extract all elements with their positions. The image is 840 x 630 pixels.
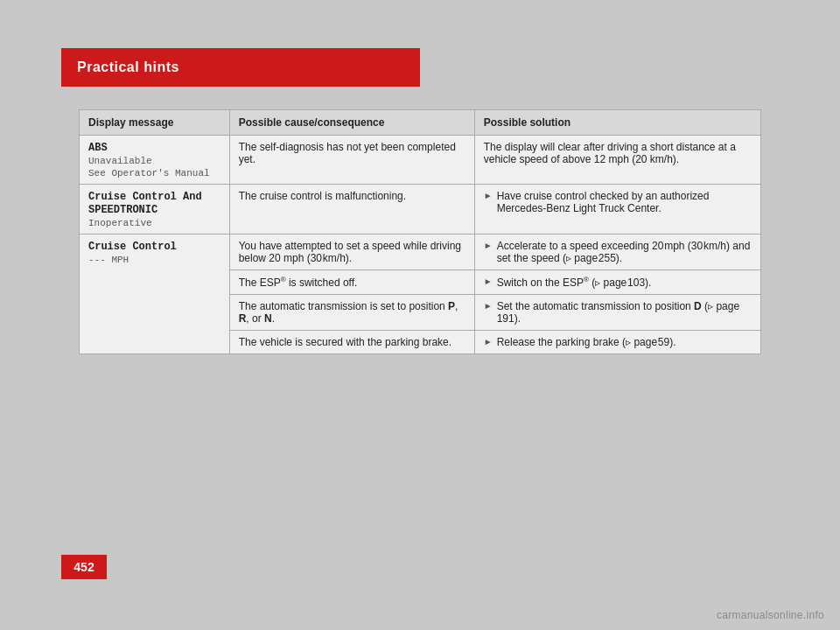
arrow-icon: ► [484,301,493,311]
header-bar: Practical hints [61,48,420,87]
solution-row: ► Set the automatic transmission to posi… [475,295,760,331]
display-sub-cc: --- MPH [88,255,129,265]
display-sub-cc-speed: Inoperative [88,218,152,228]
cause-abs: The self-diagnosis has not yet been comp… [229,136,474,185]
col-header-display: Display message [80,110,229,136]
cause-row: You have attempted to set a speed while … [230,234,474,270]
solution-cc-speed: ► Have cruise control checked by an auth… [474,185,760,234]
col-header-cause: Possible cause/consequence [229,110,474,136]
display-message-cc-speed: Cruise Control AndSPEEDTRONIC [88,191,202,216]
table-row: Cruise Control AndSPEEDTRONIC Inoperativ… [80,185,760,234]
watermark: carmanualsonline.info [717,609,824,621]
page-number: 452 [61,555,107,579]
col-header-solution: Possible solution [474,110,760,136]
table-row: Cruise Control --- MPH You have attempte… [80,234,760,354]
solution-row: ► Release the parking brake (▹ page 59). [475,331,760,354]
solution-abs: The display will clear after driving a s… [474,136,760,185]
solution-row: ► Accelerate to a speed exceeding 20 mph… [475,234,760,270]
release-parking-brake-text: Release the parking brake (▹ page 59). [497,336,676,348]
cause-row: The automatic transmission is set to pos… [230,295,474,331]
solution-row: ► Switch on the ESP® (▹ page 103). [475,270,760,295]
cause-cc-speed: The cruise control is malfunctioning. [229,185,474,234]
table-row: ABS UnavailableSee Operator's Manual The… [80,136,760,185]
content-table: Display message Possible cause/consequen… [79,109,761,354]
arrow-icon: ► [484,241,493,250]
arrow-icon: ► [484,191,493,200]
arrow-icon: ► [484,276,493,286]
arrow-icon: ► [484,337,493,346]
table-header-row: Display message Possible cause/consequen… [80,110,760,136]
page-title: Practical hints [77,60,179,75]
cause-row: The ESP® is switched off. [230,270,474,295]
cause-row: The vehicle is secured with the parking … [230,331,474,354]
display-message-cc: Cruise Control [88,241,177,253]
display-sub-abs: UnavailableSee Operator's Manual [88,156,210,178]
display-message-abs: ABS [88,142,108,154]
